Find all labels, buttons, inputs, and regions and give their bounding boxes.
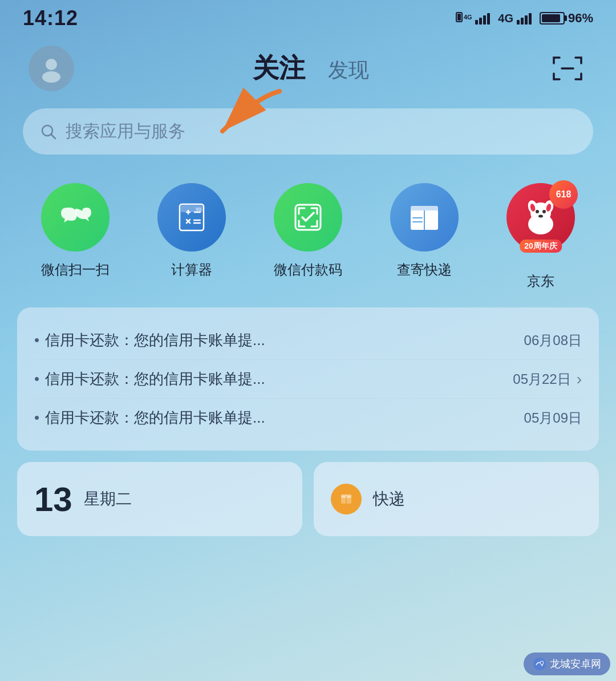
- app-icon-wechat-pay: [274, 183, 342, 252]
- calendar-card[interactable]: 13 星期二: [17, 462, 302, 536]
- status-time: 14:12: [23, 6, 78, 30]
- app-icon-express: [390, 183, 459, 252]
- watermark: 龙城安卓网: [524, 652, 610, 675]
- notification-item-2[interactable]: • 信用卡还款：您的信用卡账单提... 05月09日: [34, 399, 582, 437]
- svg-point-41: [542, 210, 546, 213]
- svg-rect-10: [529, 13, 532, 25]
- app-label-express: 查寄快递: [397, 261, 452, 279]
- notif-dot-2: •: [34, 409, 39, 427]
- app-icon-wechat-scan: [41, 183, 110, 252]
- svg-point-40: [536, 210, 539, 213]
- app-label-jd: 京东: [527, 272, 554, 290]
- notif-date-2: 05月09日: [524, 409, 582, 427]
- app-label-calculator: 计算器: [171, 261, 212, 279]
- status-icons: 4G 4G 96%: [456, 11, 593, 26]
- notif-date-1: 05月22日: [513, 370, 570, 388]
- signal-4g-right: 4G: [498, 12, 513, 25]
- chevron-right-icon: ›: [577, 370, 582, 388]
- search-placeholder: 搜索应用与服务: [66, 120, 185, 143]
- notification-card: • 信用卡还款：您的信用卡账单提... 06月08日 • 信用卡还款：您的信用卡…: [17, 307, 599, 451]
- tab-discover[interactable]: 发现: [328, 56, 369, 84]
- svg-rect-8: [521, 18, 524, 25]
- calendar-date: 13: [34, 480, 72, 519]
- svg-text:99: 99: [196, 206, 201, 212]
- svg-point-42: [538, 215, 543, 218]
- app-icon-calculator: 99: [157, 183, 226, 252]
- express-card-label: 快递: [373, 488, 405, 510]
- header-tabs: 关注 发现: [253, 51, 369, 86]
- svg-point-12: [42, 71, 60, 83]
- notif-text-1: 信用卡还款：您的信用卡账单提...: [45, 369, 265, 389]
- bottom-cards: 13 星期二 快递: [17, 462, 599, 536]
- status-bar: 14:12 4G 4G 96%: [0, 0, 616, 34]
- app-item-wechat-pay[interactable]: 微信付款码: [274, 183, 342, 290]
- app-item-jd[interactable]: 618 20周年庆 京东: [506, 183, 575, 290]
- app-item-express[interactable]: 查寄快递: [390, 183, 459, 290]
- apps-row: 微信扫一扫 99 计算器: [0, 166, 616, 296]
- app-item-calculator[interactable]: 99 计算器: [157, 183, 226, 290]
- jd-anniversary-badge: 618: [549, 180, 578, 209]
- search-icon: [40, 123, 57, 140]
- tab-follow[interactable]: 关注: [253, 51, 305, 86]
- notif-text-0: 信用卡还款：您的信用卡账单提...: [45, 330, 265, 350]
- avatar[interactable]: [29, 46, 74, 91]
- app-label-wechat-scan: 微信扫一扫: [41, 261, 110, 279]
- notif-date-0: 06月08日: [524, 331, 582, 350]
- svg-rect-6: [487, 13, 490, 25]
- watermark-name: 龙城安卓网: [550, 657, 601, 671]
- header: 关注 发现: [0, 34, 616, 103]
- search-bar[interactable]: 搜索应用与服务: [23, 108, 593, 155]
- notif-dot-1: •: [34, 370, 39, 388]
- svg-text:4G: 4G: [464, 14, 472, 21]
- app-label-wechat-pay: 微信付款码: [274, 261, 342, 279]
- svg-rect-9: [525, 15, 528, 25]
- svg-line-15: [51, 135, 55, 139]
- signal-right-icon: [517, 12, 536, 25]
- battery-icon: [540, 12, 565, 25]
- svg-rect-7: [517, 20, 520, 25]
- svg-rect-5: [483, 15, 486, 25]
- svg-point-48: [540, 661, 544, 664]
- calendar-day: 星期二: [84, 488, 132, 510]
- svg-rect-4: [479, 18, 482, 25]
- scan-button[interactable]: [548, 51, 587, 86]
- nfc-icon: 4G: [456, 11, 472, 26]
- notification-item-0[interactable]: • 信用卡还款：您的信用卡账单提... 06月08日: [34, 321, 582, 360]
- notif-dot: •: [34, 331, 39, 349]
- search-area: 搜索应用与服务: [0, 103, 616, 166]
- app-item-wechat-scan[interactable]: 微信扫一扫: [41, 183, 110, 290]
- watermark-icon: [533, 657, 546, 671]
- svg-point-11: [46, 59, 57, 70]
- app-icon-jd: 618 20周年庆: [506, 183, 575, 252]
- signal-left-icon: [475, 12, 495, 25]
- battery-percentage: 96%: [568, 11, 593, 26]
- svg-rect-3: [475, 20, 478, 25]
- express-card-icon: [331, 484, 362, 514]
- svg-rect-1: [457, 14, 461, 21]
- svg-point-47: [533, 658, 546, 670]
- express-card[interactable]: 快递: [314, 462, 599, 536]
- notif-text-2: 信用卡还款：您的信用卡账单提...: [45, 408, 265, 428]
- notification-item-1[interactable]: • 信用卡还款：您的信用卡账单提... 05月22日 ›: [34, 360, 582, 399]
